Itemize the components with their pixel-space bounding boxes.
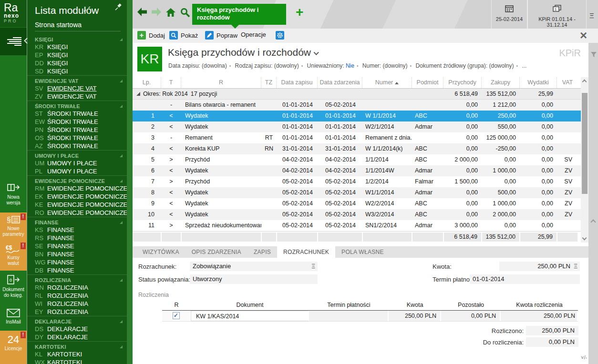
detail-tab[interactable]: ZAPIS <box>247 246 277 258</box>
column-header[interactable]: Data zapisu <box>277 77 318 88</box>
settings-button[interactable] <box>276 31 284 40</box>
column-header-sorted[interactable]: Numer <box>362 77 412 88</box>
rozliczenia-row[interactable]: ✓ KW 1/KAS/2014 250,00 PLN 0,00 PLN 250,… <box>162 311 578 322</box>
scroll-down-icon[interactable] <box>582 236 587 241</box>
sidebar-section-header[interactable]: DEKLARACJE <box>27 318 127 325</box>
rozrachunek-field[interactable]: Zobowiązanie Ξ <box>190 262 318 271</box>
sidebar-item[interactable]: SDKSIĘGI <box>27 67 127 75</box>
sidebar-item[interactable]: EPKSIĘGI <box>27 51 127 59</box>
sidebar-section-header[interactable]: FINANSE <box>27 219 127 226</box>
filter-bar[interactable]: Data zapisu: (dowolna) Rodzaj zapisu: (d… <box>168 62 526 69</box>
window-menu-button[interactable]: Ξ <box>587 0 598 29</box>
operations-button[interactable]: Operacje <box>241 31 266 38</box>
sidebar-item[interactable]: PNŚRODKI TRWAŁE <box>27 126 127 134</box>
back-icon[interactable] <box>136 7 148 19</box>
rail-item-kursy-walut[interactable]: ! €$ Kursy walut <box>0 242 27 271</box>
table-row[interactable]: 9 < Wydatek 05-02-2014 05-02-2014 W2/2/2… <box>133 198 581 209</box>
sidebar-item[interactable]: PLUMOWY I PŁACE <box>27 167 127 175</box>
sidebar-item[interactable]: RNROZLICZENIA <box>27 283 127 292</box>
sidebar-item[interactable]: RSFINANSE <box>27 234 127 242</box>
sidebar-item[interactable]: KSFINANSE <box>27 226 127 234</box>
table-row[interactable]: 10 < Wydatek 05-02-2014 05-02-2014 W3/2/… <box>133 209 581 220</box>
sidebar-item[interactable]: WXKARTOTEKI <box>27 358 127 364</box>
sidebar-item[interactable]: DSDEKLARACJE <box>27 325 127 333</box>
column-header[interactable]: Zakupy <box>482 77 520 88</box>
sidebar-item[interactable]: DBFINANSE <box>27 266 127 274</box>
sidebar-item[interactable]: KRKSIĘGI <box>27 43 127 51</box>
sidebar-item[interactable]: KLKARTOTEKI <box>27 350 127 358</box>
column-header[interactable]: TZ <box>261 77 277 88</box>
filter-part[interactable]: Unieważniony: Nie <box>307 62 361 69</box>
status-field[interactable]: Utworzony <box>190 274 318 284</box>
filter-funnel-icon[interactable] <box>590 51 597 60</box>
sidebar-item[interactable]: EWŚRODKI TRWAŁE <box>27 118 127 126</box>
detail-tab[interactable]: WIZYTÓWKA <box>136 246 186 258</box>
forward-icon[interactable] <box>151 7 162 19</box>
rail-item-licencje[interactable]: ! 24 Licencje <box>0 331 27 364</box>
sidebar-section-header[interactable]: KSIĘGI <box>27 36 127 43</box>
add-button[interactable]: + Dodaj <box>137 31 165 40</box>
search-icon[interactable] <box>179 7 191 20</box>
sidebar-section-header[interactable]: KARTOTEKI <box>27 343 127 350</box>
termin-field[interactable]: 01-01-2014 <box>470 274 580 284</box>
edit-button[interactable]: Popraw <box>205 31 237 40</box>
sidebar-item[interactable]: WIROZLICZENIA <box>27 300 127 308</box>
column-header[interactable]: R <box>181 77 261 88</box>
column-header[interactable]: T <box>161 77 181 88</box>
rail-item-nowe-parametry[interactable]: ! § Nowe parametry <box>0 212 27 242</box>
table-row[interactable]: 3 - Remanent RT 01-01-2014 01-01-2014 Re… <box>133 132 581 143</box>
sidebar-section-header[interactable]: ŚRODKI TRWAŁE <box>27 102 127 110</box>
filter-part[interactable]: Numer: (dowolny) <box>362 62 414 69</box>
sidebar-item[interactable]: RMEWIDENCJE POMOCNICZE <box>27 184 127 192</box>
kwota-field[interactable]: 250,00 PLN Ξ <box>499 262 580 271</box>
column-header[interactable]: Lp. <box>133 77 161 88</box>
application-date-button[interactable]: 25-02-2014 <box>491 0 527 29</box>
filter-part[interactable]: Data zapisu: (dowolna) <box>168 62 233 69</box>
table-row[interactable]: 5 > Przychód 04-02-2014 04-02-2014 1/1/2… <box>133 154 581 165</box>
table-row[interactable]: - Bilans otwarcia - remanent 01-01-2014 … <box>133 100 581 111</box>
close-icon[interactable]: × <box>580 28 587 42</box>
column-header[interactable]: VAT <box>557 77 578 88</box>
tab-ksiega-przychodow[interactable]: Księga przychodów i rozchodów <box>192 4 286 25</box>
home-icon[interactable] <box>165 7 176 20</box>
detail-tab[interactable]: ROZRACHUNEK <box>277 246 335 258</box>
field-menu-icon[interactable]: Ξ <box>311 262 315 271</box>
filter-part[interactable]: Dokument źródłowy (grupa): (dowolny) <box>415 62 520 69</box>
sidebar-item[interactable]: EYROZLICZENIA <box>27 308 127 316</box>
grid-scrollbar[interactable] <box>581 77 588 243</box>
scroll-up-icon[interactable] <box>582 80 587 84</box>
table-row[interactable]: 11 > Sprzedaż nieudokumentowana 05-02-20… <box>133 220 581 231</box>
table-row[interactable]: 6 < Wydatek 04-02-2014 04-02-2014 1/1/20… <box>133 165 581 176</box>
page-title[interactable]: Księga przychodów i rozchodów <box>168 47 320 58</box>
sidebar-item[interactable]: DYDEKLARACJE <box>27 333 127 341</box>
detail-tab[interactable]: OPIS ZDARZENIA <box>186 246 247 258</box>
sidebar-item[interactable]: DDKSIĘGI <box>27 59 127 67</box>
sidebar-item[interactable]: ROEWIDENCJE POMOCNICZE <box>27 209 127 217</box>
filter-part[interactable]: ... <box>522 62 526 69</box>
new-tab-button[interactable]: + <box>296 5 303 20</box>
table-row[interactable]: 2 < Wydatek 01-01-2014 01-01-2014 W2/1/2… <box>133 121 581 132</box>
filter-part[interactable]: Rodzaj zapisu: (dowolny) <box>235 62 306 69</box>
sidebar-item[interactable]: SVEWIDENCJE VAT <box>27 84 127 92</box>
show-button[interactable]: Pokaż <box>169 31 198 40</box>
rail-item-insmail[interactable]: InsMail <box>0 306 27 329</box>
column-header[interactable]: Data zdarzenia <box>318 77 362 88</box>
sidebar-section-header[interactable]: UMOWY I PŁACE <box>27 152 127 159</box>
sidebar-item-strona-startowa[interactable]: Strona startowa <box>35 21 121 31</box>
sidebar-section-header[interactable]: EWIDENCJE VAT <box>27 77 127 84</box>
sidebar-item[interactable]: BNFINANSE <box>27 250 127 258</box>
column-header[interactable]: Podmiot <box>412 77 443 88</box>
detail-tab[interactable]: POLA WŁASNE <box>335 246 390 258</box>
sidebar-item[interactable]: AZŚRODKI TRWAŁE <box>27 142 127 150</box>
table-row[interactable]: 4 < Korekta KUP RN 31-01-2014 31-01-2014… <box>133 143 581 154</box>
group-row[interactable]: Okres: Rok 201417 pozycji 6 518,49 135 5… <box>133 89 581 100</box>
sidebar-section-header[interactable]: EWIDENCJE POMOCNICZE <box>27 177 127 184</box>
module-list-rail-button[interactable] <box>0 28 27 55</box>
sidebar-item[interactable]: EKEWIDENCJE POMOCNICZE <box>27 192 127 201</box>
field-menu-icon[interactable]: Ξ <box>574 262 577 271</box>
sidebar-section-header[interactable]: ROZLICZENIA <box>27 276 127 283</box>
rail-item-nowa-wersja[interactable]: Nowa wersja <box>0 180 27 212</box>
sidebar-item[interactable]: RLROZLICZENIA <box>27 292 127 300</box>
sidebar-item[interactable]: UMUMOWY I PŁACE <box>27 159 127 167</box>
column-header[interactable]: Przychody <box>443 77 482 88</box>
